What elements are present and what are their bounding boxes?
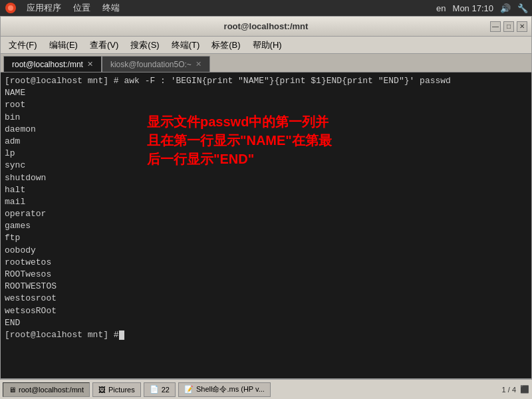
apps-menu[interactable]: 应用程序	[24, 1, 64, 15]
tab-close-0[interactable]: ✕	[87, 60, 93, 68]
output-8: halt	[5, 184, 527, 196]
output-11: games	[5, 220, 527, 232]
taskbar-label-2: 22	[162, 386, 170, 394]
window-title: root@localhost:/mnt	[224, 21, 309, 31]
taskbar-label-3: Shell命令.ms (HP v...	[196, 384, 265, 394]
tab-root-localhost[interactable]: root@localhost:/mnt ✕	[3, 56, 102, 72]
places-menu[interactable]: 位置	[70, 1, 93, 15]
output-9: mail	[5, 196, 527, 208]
output-16: ROOTWESTOS	[5, 281, 527, 293]
output-17: westosroot	[5, 293, 527, 305]
taskbar-item-3[interactable]: 📝 Shell命令.ms (HP v...	[178, 382, 271, 397]
output-13: oobody	[5, 245, 527, 257]
volume-icon[interactable]: 🔊	[500, 3, 511, 13]
menu-file[interactable]: 文件(F)	[3, 38, 43, 53]
lang-indicator: en	[436, 3, 446, 13]
taskbar-item-1[interactable]: 🖼 Pictures	[92, 382, 141, 397]
tab-label-0: root@localhost:/mnt	[12, 60, 83, 69]
gnome-icon	[4, 1, 17, 15]
prompt-text: [root@localhost mnt] #	[5, 329, 119, 341]
menu-terminal[interactable]: 终端(T)	[166, 38, 205, 53]
system-bar: 应用程序 位置 终端 en Mon 17:10 🔊 🔧	[0, 0, 532, 16]
taskbar-label-0: root@localhost:/mnt	[19, 386, 84, 394]
taskbar-right: 1 / 4 ⬛	[502, 385, 529, 394]
page-indicator: 1 / 4	[502, 386, 516, 394]
output-14: rootwetos	[5, 257, 527, 269]
taskbar-icon-2: 📄	[150, 385, 159, 394]
menu-view[interactable]: 查看(V)	[84, 38, 124, 53]
tab-kiosk[interactable]: kiosk@foundation5O:~ ✕	[102, 56, 210, 72]
menu-bar: 文件(F) 编辑(E) 查看(V) 搜索(S) 终端(T) 标签(B) 帮助(H…	[1, 37, 531, 54]
output-0: NAME	[5, 87, 527, 99]
output-15: ROOTwesos	[5, 269, 527, 281]
taskbar-label-1: Pictures	[108, 386, 135, 394]
output-1: root	[5, 99, 527, 111]
terminal-cursor	[119, 331, 124, 340]
taskbar-icon-1: 🖼	[98, 386, 106, 394]
terminal-menu[interactable]: 终端	[100, 1, 122, 15]
clock: Mon 17:10	[453, 3, 493, 13]
prompt-line: [root@localhost mnt] #	[5, 329, 527, 341]
output-2: bin	[5, 112, 527, 124]
output-6: sync	[5, 160, 527, 172]
taskbar-end-icon: ⬛	[520, 385, 529, 394]
output-4: adm	[5, 136, 527, 148]
minimize-button[interactable]: —	[490, 21, 501, 32]
terminal-content[interactable]: [root@localhost mnt] # awk -F : 'BEGIN{p…	[1, 72, 531, 378]
menu-search[interactable]: 搜索(S)	[125, 38, 164, 53]
maximize-button[interactable]: □	[503, 21, 514, 32]
menu-tabs[interactable]: 标签(B)	[206, 38, 245, 53]
command-line: [root@localhost mnt] # awk -F : 'BEGIN{p…	[5, 75, 527, 87]
output-18: wetsosROot	[5, 305, 527, 317]
output-7: shutdown	[5, 172, 527, 184]
taskbar: 🖥 root@localhost:/mnt 🖼 Pictures 📄 22 📝 …	[0, 379, 532, 399]
output-3: daemon	[5, 124, 527, 136]
window-controls: — □ ✕	[490, 21, 527, 32]
menu-help[interactable]: 帮助(H)	[247, 38, 287, 53]
output-10: operator	[5, 208, 527, 220]
tabs-bar: root@localhost:/mnt ✕ kiosk@foundation5O…	[1, 54, 531, 72]
taskbar-icon-3: 📝	[184, 385, 194, 394]
terminal-window: root@localhost:/mnt — □ ✕ 文件(F) 编辑(E) 查看…	[0, 16, 532, 379]
taskbar-icon-0: 🖥	[9, 386, 16, 394]
system-bar-left: 应用程序 位置 终端	[4, 1, 122, 15]
close-button[interactable]: ✕	[517, 21, 527, 32]
output-5: lp	[5, 148, 527, 160]
taskbar-item-2[interactable]: 📄 22	[144, 382, 176, 397]
system-bar-right: en Mon 17:10 🔊 🔧	[436, 3, 528, 13]
tab-label-1: kiosk@foundation5O:~	[110, 60, 192, 69]
menu-edit[interactable]: 编辑(E)	[44, 38, 83, 53]
tab-close-1[interactable]: ✕	[196, 60, 201, 68]
svg-point-1	[8, 5, 13, 11]
taskbar-item-0[interactable]: 🖥 root@localhost:/mnt	[3, 382, 90, 397]
output-19: END	[5, 317, 527, 329]
terminal-titlebar: root@localhost:/mnt — □ ✕	[1, 17, 531, 37]
output-12: ftp	[5, 232, 527, 244]
settings-icon[interactable]: 🔧	[517, 3, 528, 13]
